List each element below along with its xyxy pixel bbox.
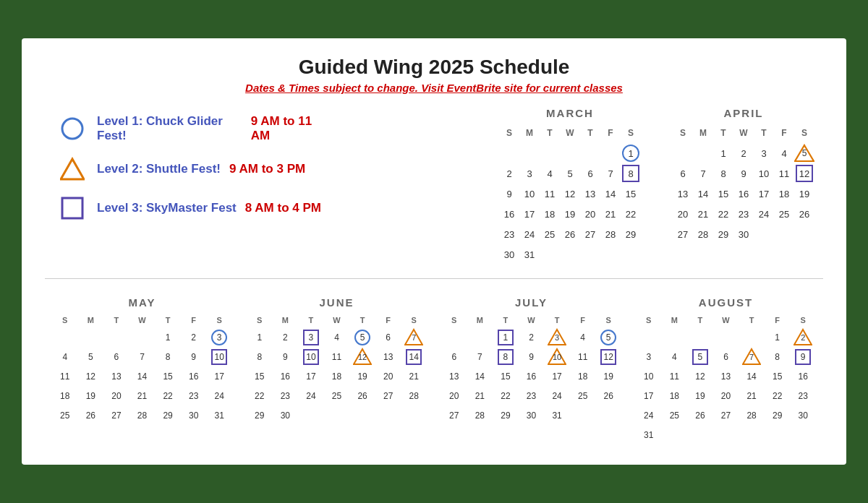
table-row: 29: [621, 225, 641, 244]
list-item: 3: [636, 348, 662, 366]
list-item: 11: [52, 367, 78, 386]
hdr-m: M: [519, 124, 540, 142]
table-row: [600, 245, 621, 264]
list-item: 21: [739, 387, 765, 405]
list-item: 27: [375, 387, 401, 405]
hdr-f: F: [774, 124, 794, 142]
hdr: F: [181, 313, 207, 327]
july-12: 12: [595, 348, 621, 366]
list-item: 1: [155, 328, 181, 347]
june-5: 5: [349, 328, 375, 347]
list-item: 2: [181, 328, 207, 347]
august-grid: S M T W T F S 1 2 3: [636, 313, 816, 444]
table-row: 28: [693, 225, 713, 244]
list-item: 24: [544, 387, 570, 405]
list-item: 25: [324, 387, 350, 405]
aug-7: 7: [739, 348, 765, 366]
calendar-may: MAY S M T W T F S 1 2 3 4 5 6 7 8: [52, 296, 232, 444]
hdr: F: [375, 313, 401, 327]
list-item: [441, 328, 467, 347]
table-row: [560, 245, 580, 264]
table-row: 12: [560, 184, 580, 203]
legend: Level 1: Chuck Glider Fest! 9 AM to 11 A…: [45, 107, 327, 264]
hdr: W: [129, 313, 156, 327]
table-row: 4: [540, 164, 560, 183]
list-item: 4: [662, 348, 688, 366]
table-row: 24: [519, 225, 540, 244]
table-row: 21: [693, 205, 713, 223]
list-item: 28: [401, 387, 427, 405]
table-row: 10: [519, 184, 540, 203]
hdr: W: [519, 313, 545, 327]
table-row: 19: [560, 205, 580, 223]
legend-item-level2: Level 2: Shuttle Fest! 9 AM to 3 PM: [59, 156, 327, 182]
list-item: [636, 328, 662, 347]
list-item: 28: [129, 406, 156, 425]
table-row: 18: [774, 184, 794, 203]
table-row: [794, 225, 814, 244]
table-row: 7: [600, 164, 621, 183]
list-item: 30: [519, 406, 545, 425]
legend2-time: 9 AM to 3 PM: [229, 162, 305, 176]
list-item: 11: [324, 348, 350, 366]
hdr-s2: S: [794, 124, 814, 142]
list-item: 21: [467, 387, 493, 405]
list-item: 19: [687, 387, 713, 405]
list-item: 9: [181, 348, 207, 366]
svg-marker-1: [61, 159, 84, 179]
hdr: T: [349, 313, 375, 327]
hdr: S: [206, 313, 232, 327]
table-row: [673, 144, 693, 163]
level1-icon: [59, 116, 85, 142]
table-row: 15: [621, 184, 641, 203]
table-row: 29: [713, 225, 733, 244]
table-row: 2: [733, 144, 754, 163]
table-row: [580, 144, 600, 163]
list-item: [687, 328, 713, 347]
list-item: 22: [247, 387, 273, 405]
hdr-t: T: [540, 124, 560, 142]
list-item: [713, 328, 739, 347]
list-item: 4: [570, 328, 596, 347]
aug-9: 9: [790, 348, 816, 366]
hdr: S: [595, 313, 621, 327]
hdr: S: [441, 313, 467, 327]
list-item: 17: [206, 367, 232, 386]
hdr: W: [713, 313, 739, 327]
legend3-label: Level 3: SkyMaster Fest: [97, 201, 237, 215]
list-item: 29: [247, 406, 273, 425]
hdr-t: T: [713, 124, 733, 142]
hdr: F: [570, 313, 596, 327]
hdr-s: S: [673, 124, 693, 142]
july-10: 10: [544, 348, 570, 366]
table-row: 9: [499, 184, 519, 203]
svg-point-0: [62, 119, 82, 139]
hdr: T: [739, 313, 765, 327]
list-item: 25: [662, 406, 688, 425]
legend-item-level3: Level 3: SkyMaster Fest 8 AM to 4 PM: [59, 195, 327, 221]
table-row: [693, 144, 713, 163]
hdr-s: S: [499, 124, 519, 142]
table-row: 27: [673, 225, 693, 244]
march-title: MARCH: [498, 107, 642, 119]
list-item: 16: [790, 367, 816, 386]
hdr: T: [493, 313, 519, 327]
triangle-icon: [60, 157, 85, 181]
table-row: 23: [733, 205, 754, 223]
may-10: 10: [206, 348, 232, 366]
hdr-m: M: [693, 124, 713, 142]
list-item: 8: [155, 348, 181, 366]
may-3: 3: [206, 328, 232, 347]
list-item: 29: [155, 406, 181, 425]
hdr: W: [324, 313, 350, 327]
list-item: 13: [103, 367, 129, 386]
table-row: 20: [673, 205, 693, 223]
table-row: [540, 245, 560, 264]
list-item: 15: [155, 367, 181, 386]
table-row: 15: [713, 184, 733, 203]
table-row: 1: [713, 144, 733, 163]
level2-icon: [59, 156, 85, 182]
table-row: 20: [580, 205, 600, 223]
list-item: 6: [441, 348, 467, 366]
list-item: [739, 328, 765, 347]
